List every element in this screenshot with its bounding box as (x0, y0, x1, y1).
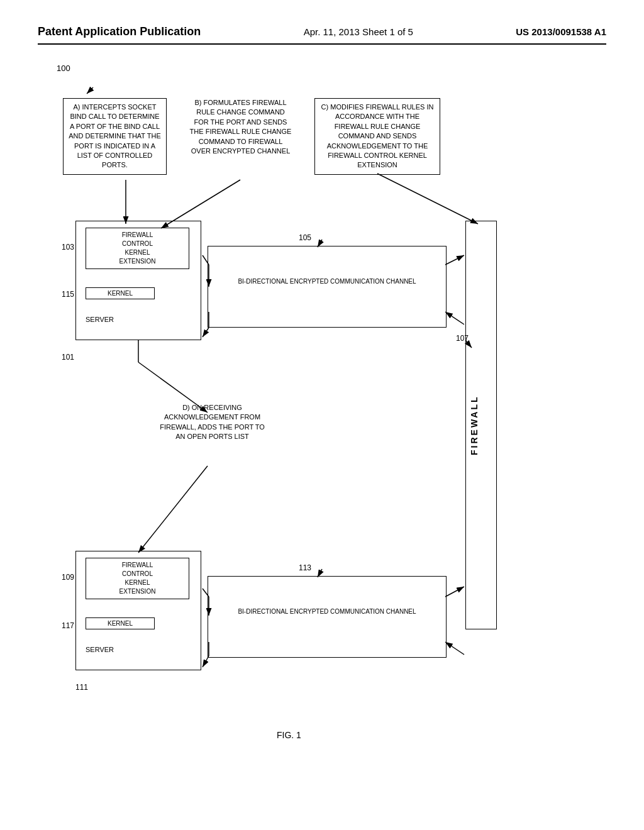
page: Patent Application Publication Apr. 11, … (0, 0, 644, 830)
header-patent-number: US 2013/0091538 A1 (516, 26, 606, 37)
box-a: A) INTERCEPTS SOCKET BIND CALL TO DETERM… (63, 98, 167, 175)
box-d: D) ON RECEIVING ACKNOWLEDGEMENT FROM FIR… (157, 403, 267, 442)
channel-label-2: BI-DIRECTIONAL ENCRYPTED COMMUNICATION C… (208, 577, 446, 615)
server-box-1: FIREWALLCONTROLKERNELEXTENSION KERNEL SE… (75, 221, 201, 340)
firewall-box: FIREWALL (465, 221, 497, 629)
firewall-label: FIREWALL (466, 221, 482, 629)
svg-line-19 (445, 642, 464, 655)
label-101: 101 (62, 353, 74, 362)
label-100: 100 (57, 64, 70, 73)
label-103: 103 (62, 243, 74, 252)
svg-line-8 (445, 255, 464, 265)
label-111: 111 (75, 683, 88, 692)
svg-line-13 (138, 466, 208, 553)
server-box-2: FIREWALLCONTROLKERNELEXTENSION KERNEL SE… (75, 551, 201, 670)
label-113: 113 (299, 563, 311, 572)
channel-box-2: BI-DIRECTIONAL ENCRYPTED COMMUNICATION C… (208, 576, 447, 658)
server-label-2: SERVER (86, 646, 114, 653)
label-117: 117 (62, 621, 74, 630)
label-105: 105 (299, 233, 311, 242)
header-date-sheet: Apr. 11, 2013 Sheet 1 of 5 (304, 26, 413, 37)
label-115: 115 (62, 290, 74, 299)
svg-line-10 (377, 174, 478, 224)
svg-line-20 (87, 87, 93, 94)
diagram: 100 A) INTERCEPTS SOCKET BIND CALL TO DE… (38, 64, 606, 780)
channel-box-1: BI-DIRECTIONAL ENCRYPTED COMMUNICATION C… (208, 246, 447, 328)
box-b: B) FORMULATES FIREWALL RULE CHANGE COMMA… (189, 98, 292, 156)
channel-label-1: BI-DIRECTIONAL ENCRYPTED COMMUNICATION C… (208, 246, 446, 285)
server-label-1: SERVER (86, 316, 114, 323)
svg-line-9 (445, 312, 464, 324)
box-c: C) MODIFIES FIREWALL RULES IN ACCORDANCE… (314, 98, 440, 175)
header: Patent Application Publication Apr. 11, … (38, 25, 606, 45)
header-publication-title: Patent Application Publication (38, 25, 201, 38)
svg-line-7 (203, 328, 209, 337)
svg-line-18 (445, 587, 464, 597)
firewall-control-kernel-ext-2: FIREWALLCONTROLKERNELEXTENSION (86, 558, 189, 599)
kernel-1: KERNEL (86, 287, 155, 299)
kernel-2: KERNEL (86, 617, 155, 629)
label-109: 109 (62, 573, 74, 582)
fig-label: FIG. 1 (277, 730, 301, 740)
firewall-control-kernel-ext-1: FIREWALLCONTROLKERNELEXTENSION (86, 228, 189, 269)
